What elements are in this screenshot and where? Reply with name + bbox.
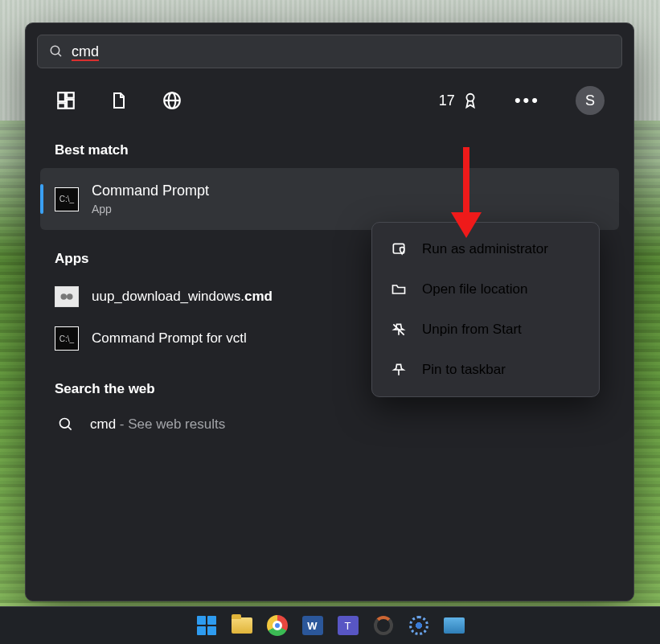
command-prompt-icon: C:\_ — [55, 326, 79, 351]
taskbar-app-generic[interactable] — [442, 613, 466, 638]
avatar-letter: S — [585, 92, 595, 109]
rewards-count: 17 — [439, 92, 455, 109]
result-command-prompt[interactable]: C:\_ Command Prompt App — [40, 168, 619, 230]
svg-rect-4 — [58, 103, 65, 109]
ring-icon — [374, 616, 393, 635]
user-avatar[interactable]: S — [576, 86, 605, 115]
menu-pin-to-taskbar[interactable]: Pin to taskbar — [372, 350, 599, 390]
svg-rect-5 — [67, 100, 74, 109]
pin-icon — [390, 361, 408, 379]
windows-icon — [197, 616, 216, 635]
search-toolbar: 17 ••• S — [26, 68, 633, 121]
svg-marker-15 — [451, 212, 482, 238]
taskbar-settings[interactable] — [407, 613, 431, 638]
menu-unpin-from-start[interactable]: Unpin from Start — [372, 310, 599, 350]
menu-label: Unpin from Start — [422, 322, 522, 338]
result-title: Command Prompt — [92, 183, 209, 199]
search-icon — [55, 416, 77, 433]
filter-documents-icon[interactable] — [108, 89, 130, 112]
folder-icon — [390, 281, 408, 298]
svg-line-13 — [68, 427, 72, 430]
context-menu: Run as administrator Open file location … — [371, 222, 600, 397]
result-label: Command Prompt for vctl — [92, 330, 247, 347]
taskbar-chrome[interactable] — [265, 613, 289, 638]
word-icon: W — [302, 616, 323, 635]
result-label: cmd - See web results — [90, 416, 225, 433]
result-label: uup_download_windows.cmd — [92, 289, 273, 305]
result-subtitle: App — [92, 203, 209, 215]
menu-label: Pin to taskbar — [422, 362, 506, 378]
command-prompt-icon: C:\_ — [55, 187, 79, 211]
search-bar[interactable]: cmd — [37, 35, 622, 68]
menu-label: Run as administrator — [422, 241, 548, 257]
rewards-icon — [461, 91, 479, 110]
filter-web-icon[interactable] — [161, 89, 183, 112]
taskbar-teams[interactable]: T — [336, 613, 360, 638]
svg-point-12 — [60, 419, 70, 429]
taskbar: W T — [0, 606, 660, 644]
taskbar-word[interactable]: W — [301, 613, 325, 638]
filter-apps-icon[interactable] — [55, 89, 77, 112]
folder-icon — [232, 617, 252, 634]
cmd-file-icon — [55, 286, 79, 307]
taskbar-app-ring[interactable] — [371, 613, 396, 638]
menu-open-file-location[interactable]: Open file location — [372, 269, 599, 310]
result-web-search[interactable]: cmd - See web results — [40, 407, 619, 442]
gear-icon — [409, 616, 428, 635]
svg-point-11 — [67, 293, 73, 300]
unpin-icon — [390, 321, 408, 338]
teams-icon: T — [338, 616, 359, 635]
chrome-icon — [267, 615, 288, 636]
rewards-counter[interactable]: 17 — [439, 91, 479, 110]
annotation-arrow — [446, 143, 486, 240]
shield-icon — [390, 240, 408, 258]
menu-label: Open file location — [422, 281, 527, 297]
svg-rect-2 — [58, 92, 65, 101]
start-button[interactable] — [195, 613, 219, 638]
taskbar-file-explorer[interactable] — [230, 613, 254, 638]
svg-rect-3 — [67, 92, 74, 98]
svg-point-9 — [466, 94, 473, 101]
svg-point-10 — [61, 293, 68, 300]
section-best-match: Best match — [55, 142, 633, 158]
more-options-button[interactable]: ••• — [510, 90, 545, 111]
app-icon — [444, 617, 465, 634]
